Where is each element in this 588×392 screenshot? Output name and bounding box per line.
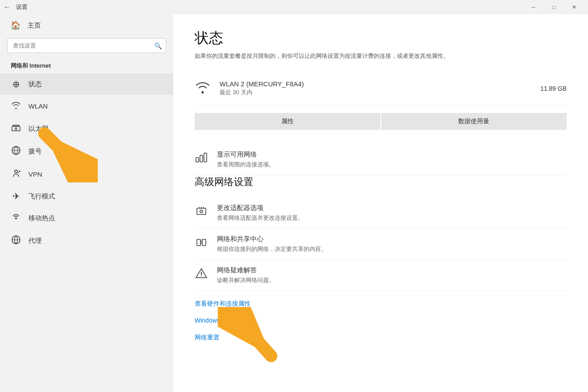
sidebar-item-airplane[interactable]: ✈ 飞行模式 (0, 186, 173, 207)
home-icon: 🏠 (11, 20, 20, 30)
sidebar-item-dial[interactable]: 拨号 (0, 140, 173, 163)
sidebar-item-vpn[interactable]: VPN (0, 163, 173, 186)
svg-point-11 (200, 210, 203, 213)
show-networks-item[interactable]: 显示可用网络 查看周围的连接选项。 (195, 144, 567, 175)
svg-point-3 (15, 170, 17, 173)
sidebar-item-label-status: 状态 (28, 80, 42, 89)
svg-point-14 (201, 275, 202, 276)
sidebar-item-label-ethernet: 以太网 (28, 125, 48, 133)
sharing-item[interactable]: 网络和共享中心 根据你连接到的网络，决定要共享的内容。 (195, 229, 567, 260)
sidebar: 🏠 主页 🔍 网络和 Internet ⊕ 状态 WLAN (0, 14, 173, 392)
ethernet-icon (11, 123, 21, 135)
title-bar: ← 设置 ─ □ ✕ (0, 0, 588, 14)
back-button[interactable]: ← (4, 3, 11, 11)
troubleshoot-text: 网络疑难解答 诊断并解决网络问题。 (217, 266, 275, 284)
proxy-icon (11, 235, 21, 247)
show-networks-desc: 查看周围的连接选项。 (217, 161, 275, 169)
sharing-text: 网络和共享中心 根据你连接到的网络，决定要共享的内容。 (217, 235, 327, 253)
svg-rect-12 (197, 239, 200, 246)
sidebar-home[interactable]: 🏠 主页 (0, 14, 173, 36)
adapter-text: 更改适配器选项 查看网络适配器并更改连接设置。 (217, 204, 304, 222)
close-button[interactable]: ✕ (564, 0, 584, 14)
status-icon: ⊕ (11, 79, 21, 89)
sidebar-section-title: 网络和 Internet (0, 58, 173, 73)
troubleshoot-desc: 诊断并解决网络问题。 (217, 276, 275, 284)
show-networks-icon (195, 151, 208, 166)
hotspot-icon (11, 212, 21, 224)
page-title: 状态 (195, 28, 567, 48)
svg-point-4 (19, 170, 20, 172)
svg-rect-0 (12, 126, 20, 131)
action-buttons: 属性 数据使用量 (195, 113, 567, 130)
troubleshoot-title: 网络疑难解答 (217, 266, 275, 275)
network-info: WLAN 2 (MERCURY_F8A4) 最近 30 天内 (220, 80, 540, 97)
search-input[interactable] (7, 38, 166, 53)
sidebar-item-label-airplane: 飞行模式 (28, 192, 55, 201)
show-networks-text: 显示可用网络 查看周围的连接选项。 (217, 150, 275, 169)
svg-rect-10 (197, 208, 206, 214)
title-bar-left: ← 设置 (4, 3, 523, 11)
sidebar-item-label-wlan: WLAN (28, 102, 48, 110)
sidebar-item-label-dial: 拨号 (28, 147, 42, 156)
app-body: 🏠 主页 🔍 网络和 Internet ⊕ 状态 WLAN (0, 14, 588, 392)
sharing-title: 网络和共享中心 (217, 235, 327, 243)
sidebar-item-ethernet[interactable]: 以太网 (0, 117, 173, 140)
network-name: WLAN 2 (MERCURY_F8A4) (220, 80, 540, 88)
sidebar-item-label-vpn: VPN (28, 170, 42, 178)
sidebar-item-hotspot[interactable]: 移动热点 (0, 207, 173, 230)
window-title: 设置 (16, 3, 28, 11)
main-content: 状态 如果你的流量套餐是按月限制的，则你可以让此网络设置为按流量计费的连接，或者… (173, 14, 588, 392)
properties-button[interactable]: 属性 (195, 113, 380, 130)
network-usage: 11.89 GB (540, 85, 567, 92)
sharing-icon (195, 236, 208, 251)
window-controls: ─ □ ✕ (523, 0, 584, 14)
vpn-icon (11, 168, 21, 180)
main-description: 如果你的流量套餐是按月限制的，则你可以让此网络设置为按流量计费的连接，或者更改其… (195, 52, 567, 61)
advanced-title: 高级网络设置 (195, 175, 567, 189)
svg-rect-8 (200, 155, 203, 162)
sidebar-item-status[interactable]: ⊕ 状态 (0, 73, 173, 95)
svg-point-1 (15, 128, 17, 129)
data-usage-button[interactable]: 数据使用量 (381, 113, 567, 130)
network-subtitle: 最近 30 天内 (220, 89, 540, 97)
troubleshoot-item[interactable]: 网络疑难解答 诊断并解决网络问题。 (195, 260, 567, 291)
troubleshoot-icon (195, 267, 208, 282)
airplane-icon: ✈ (11, 191, 21, 202)
adapter-title: 更改适配器选项 (217, 204, 304, 212)
adapter-icon (195, 205, 208, 220)
svg-rect-7 (196, 158, 199, 162)
sidebar-item-label-hotspot: 移动热点 (28, 214, 55, 222)
show-networks-title: 显示可用网络 (217, 150, 275, 159)
svg-rect-13 (202, 239, 206, 246)
sharing-desc: 根据你连接到的网络，决定要共享的内容。 (217, 245, 327, 253)
home-label: 主页 (28, 21, 41, 30)
svg-rect-9 (204, 153, 207, 162)
network-card: WLAN 2 (MERCURY_F8A4) 最近 30 天内 11.89 GB (195, 72, 567, 106)
windows-link[interactable]: Windows 防火墙 (195, 317, 567, 325)
adapter-desc: 查看网络适配器并更改连接设置。 (217, 214, 304, 222)
sidebar-item-label-proxy: 代理 (28, 237, 42, 245)
wlan-icon (11, 100, 21, 112)
network-wifi-icon (195, 79, 211, 98)
sidebar-search: 🔍 (7, 38, 166, 53)
dial-icon (11, 145, 21, 158)
sidebar-item-wlan[interactable]: WLAN (0, 95, 173, 117)
svg-point-5 (15, 218, 17, 219)
sidebar-item-proxy[interactable]: 代理 (0, 230, 173, 252)
adapter-item[interactable]: 更改适配器选项 查看网络适配器并更改连接设置。 (195, 198, 567, 229)
search-icon: 🔍 (154, 42, 162, 49)
minimize-button[interactable]: ─ (523, 0, 544, 14)
maximize-button[interactable]: □ (544, 0, 564, 14)
hardware-link[interactable]: 查看硬件和连接属性 (195, 300, 567, 308)
reset-link[interactable]: 网络重置 (195, 334, 567, 342)
